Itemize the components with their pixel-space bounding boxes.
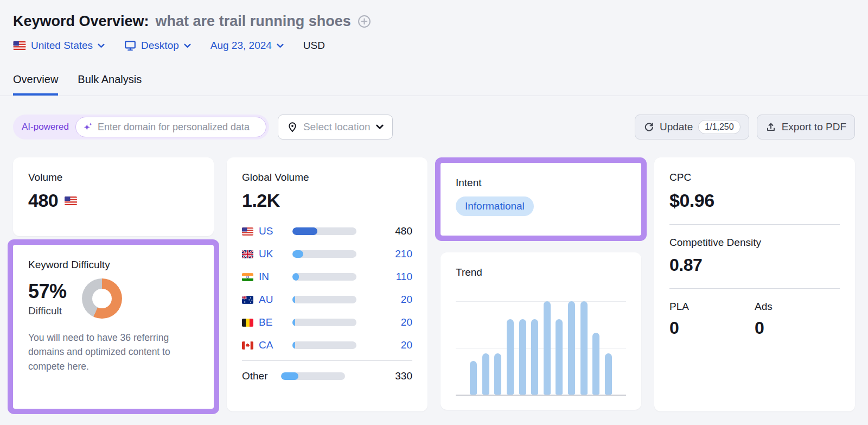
competitive-density-value: 0.87	[669, 255, 840, 275]
volume-share-bar	[292, 273, 356, 281]
trend-title: Trend	[456, 267, 626, 278]
trend-bar-chart	[456, 301, 626, 396]
us-flag-icon	[65, 196, 77, 205]
domain-input[interactable]	[98, 122, 259, 133]
difficulty-donut-chart	[82, 278, 122, 319]
volume-value: 480	[28, 190, 58, 211]
country-code-link[interactable]: CA	[259, 339, 287, 351]
column-cpc: CPC $0.96 Competitive Density 0.87 PLA 0…	[654, 157, 855, 411]
competitive-density-title: Competitive Density	[669, 237, 840, 249]
divider	[669, 224, 840, 225]
country-volume-row: AU20	[242, 288, 412, 311]
metrics-grid: Volume 480 Keyword Difficulty 57% Diffic…	[13, 157, 855, 411]
keyword-difficulty-value: 57%	[28, 280, 67, 303]
trend-bar	[556, 319, 563, 395]
trend-bar	[519, 319, 526, 395]
export-to-pdf-button[interactable]: Export to PDF	[757, 115, 855, 139]
country-volume-row: BE20	[242, 311, 412, 334]
pla-block: PLA 0	[669, 301, 755, 338]
desktop-monitor-icon	[124, 40, 136, 51]
country-volume-row: Other330	[242, 365, 412, 388]
device-filter-dropdown[interactable]: Desktop	[124, 40, 191, 52]
filter-bar: United States Desktop Aug 23, 2024 USD	[13, 40, 855, 52]
country-code-link[interactable]: US	[259, 225, 287, 237]
country-code-link: Other	[242, 370, 276, 382]
tab-bulk-analysis[interactable]: Bulk Analysis	[78, 73, 142, 96]
chevron-down-icon	[184, 43, 191, 48]
volume-share-fill	[292, 341, 295, 349]
country-code-link[interactable]: AU	[259, 294, 287, 306]
country-volume-value[interactable]: 20	[362, 316, 412, 328]
volume-share-fill	[281, 372, 298, 380]
ca-flag-icon	[242, 341, 253, 350]
pla-value: 0	[669, 318, 755, 338]
divider	[242, 360, 412, 361]
trend-bar	[494, 353, 501, 395]
page-title: Keyword Overview:	[13, 13, 149, 30]
ads-value: 0	[755, 318, 840, 338]
keyword-difficulty-card: Keyword Difficulty 57% Difficult You wil…	[13, 245, 214, 409]
ai-powered-pill: AI-powered	[13, 115, 269, 139]
circle-plus-icon	[358, 15, 371, 28]
country-volume-row: IN110	[242, 265, 412, 288]
gridline	[456, 348, 626, 348]
country-volume-value[interactable]: 20	[362, 339, 412, 351]
au-flag-icon	[242, 296, 253, 304]
country-volume-row: US480	[242, 220, 412, 243]
sparkles-icon	[82, 122, 93, 132]
country-filter-dropdown[interactable]: United States	[13, 40, 105, 52]
intent-title: Intent	[456, 177, 626, 189]
add-keyword-button[interactable]	[358, 15, 372, 29]
volume-share-fill	[292, 319, 295, 326]
country-volume-value[interactable]: 210	[362, 248, 412, 260]
ai-powered-label: AI-powered	[22, 122, 69, 132]
volume-share-fill	[292, 273, 299, 281]
update-button[interactable]: Update 1/1,250	[635, 115, 749, 139]
select-location-dropdown[interactable]: Select location	[278, 115, 393, 139]
date-filter-dropdown[interactable]: Aug 23, 2024	[210, 40, 284, 52]
export-button-label: Export to PDF	[782, 121, 846, 133]
gridline	[456, 301, 626, 302]
volume-card: Volume 480	[13, 157, 214, 236]
column-intent-trend: Intent Informational Trend	[441, 157, 641, 410]
select-location-label: Select location	[303, 121, 371, 133]
column-volume-kd: Volume 480 Keyword Difficulty 57% Diffic…	[13, 157, 214, 409]
country-code-link[interactable]: UK	[259, 248, 287, 260]
global-volume-title: Global Volume	[242, 172, 412, 183]
trend-bar	[507, 319, 514, 395]
volume-share-fill	[292, 227, 317, 235]
country-volume-value[interactable]: 110	[362, 271, 412, 283]
page-header: Keyword Overview: what are trail running…	[13, 13, 855, 30]
domain-input-wrap	[75, 117, 266, 137]
currency-label: USD	[303, 40, 325, 52]
country-volume-value[interactable]: 20	[362, 294, 412, 306]
volume-share-bar	[292, 250, 356, 258]
ads-label: Ads	[755, 301, 840, 313]
country-volume-list: US480UK210IN110AU20BE20CA20Other330	[242, 220, 412, 388]
us-flag-icon	[13, 41, 26, 50]
tab-overview[interactable]: Overview	[13, 73, 58, 96]
global-volume-card: Global Volume 1.2K US480UK210IN110AU20BE…	[227, 157, 427, 411]
keyword-text: what are trail running shoes	[156, 13, 351, 30]
volume-share-fill	[292, 296, 295, 303]
volume-title: Volume	[28, 172, 199, 183]
cpc-title: CPC	[669, 172, 840, 183]
update-quota-badge: 1/1,250	[698, 120, 740, 134]
export-upload-icon	[765, 122, 776, 132]
ads-block: Ads 0	[755, 301, 840, 338]
country-code-link[interactable]: BE	[259, 316, 287, 328]
keyword-difficulty-level: Difficult	[28, 305, 67, 317]
trend-bar	[470, 361, 477, 395]
trend-card: Trend	[441, 252, 641, 410]
chevron-down-icon	[277, 43, 284, 48]
volume-share-bar	[292, 319, 356, 326]
in-flag-icon	[242, 273, 253, 281]
cpc-value: $0.96	[669, 190, 840, 211]
volume-share-bar	[292, 296, 356, 303]
chevron-down-icon	[98, 43, 105, 48]
trend-bar	[580, 301, 588, 395]
pla-label: PLA	[669, 301, 755, 313]
trend-bar	[605, 353, 612, 395]
keyword-difficulty-title: Keyword Difficulty	[28, 259, 199, 271]
country-code-link[interactable]: IN	[259, 271, 287, 283]
